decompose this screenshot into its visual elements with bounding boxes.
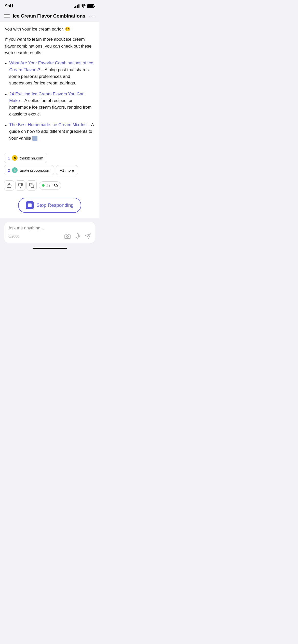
thumbs-up-icon (7, 183, 12, 188)
action-bar: 1 of 30 (0, 178, 99, 194)
search-results-list: • What Are Your Favorite Combinations of… (5, 60, 94, 142)
stop-responding-area: Stop Responding (0, 194, 99, 218)
svg-text:🍵: 🍵 (13, 169, 17, 172)
input-bottom-bar: 0/2000 (8, 233, 91, 239)
home-indicator (0, 246, 99, 251)
char-count: 0/2000 (8, 234, 19, 238)
status-badge: 1 of 30 (39, 181, 61, 190)
status-text: 1 of 30 (46, 183, 58, 188)
thumbs-up-button[interactable] (4, 180, 14, 191)
bullet-dot: • (5, 91, 7, 98)
list-item-text: 24 Exciting Ice Cream Flavors You Can Ma… (9, 91, 94, 118)
source-chip-2[interactable]: 2 🍵 tarateaspoon.com (4, 165, 54, 175)
list-item: • What Are Your Favorite Combinations of… (5, 60, 94, 86)
source-chip-1[interactable]: 1 ☀ thekitchn.com (4, 153, 47, 163)
stop-icon (26, 201, 34, 209)
list-item-text: The Best Homemade Ice Cream Mix-Ins – A … (9, 122, 94, 142)
send-button[interactable] (85, 233, 91, 239)
chat-intro-text: you with your ice cream parlor. 😊 (5, 26, 94, 33)
signal-bars-icon (74, 4, 79, 8)
thumbs-down-icon (18, 183, 23, 188)
camera-button[interactable] (64, 233, 71, 239)
source-number-1: 1 (8, 156, 10, 160)
chat-content: you with your ice cream parlor. 😊 If you… (0, 22, 99, 150)
send-icon (85, 233, 91, 239)
source-row-2: 2 🍵 tarateaspoon.com +1 more (4, 165, 95, 175)
microphone-button[interactable] (75, 233, 81, 239)
more-options-button[interactable]: ··· (89, 13, 95, 19)
source-number-2: 2 (8, 168, 10, 172)
source-row-1: 1 ☀ thekitchn.com (4, 153, 95, 163)
chat-input[interactable] (8, 226, 91, 231)
list-item: • The Best Homemade Ice Cream Mix-Ins – … (5, 122, 94, 142)
stop-responding-button[interactable]: Stop Responding (18, 198, 81, 213)
status-time: 9:41 (5, 4, 13, 9)
svg-point-0 (83, 7, 84, 8)
copy-icon (29, 183, 34, 188)
list-item: • 24 Exciting Ice Cream Flavors You Can … (5, 91, 94, 118)
link-3[interactable]: The Best Homemade Ice Cream Mix-Ins (9, 122, 86, 127)
source-favicon-2: 🍵 (12, 167, 18, 173)
source-domain-2: tarateaspoon.com (20, 168, 50, 172)
camera-icon (64, 233, 71, 239)
bullet-dot: • (5, 60, 7, 67)
list-item-desc-2: – A collection of recipes for homemade i… (9, 98, 91, 116)
wifi-icon (81, 4, 86, 8)
box-emoji (32, 136, 37, 141)
status-dot-icon (42, 184, 45, 187)
input-area: 0/2000 (0, 218, 99, 246)
battery-icon (87, 4, 94, 8)
svg-point-4 (66, 236, 69, 238)
copy-button[interactable] (26, 180, 37, 191)
source-more-button[interactable]: +1 more (56, 165, 78, 175)
header: Ice Cream Flavor Combinations ··· (0, 10, 99, 22)
input-box: 0/2000 (4, 222, 95, 243)
status-bar: 9:41 (0, 0, 99, 10)
source-favicon-1: ☀ (12, 155, 18, 161)
page-title: Ice Cream Flavor Combinations (13, 13, 86, 19)
list-item-text: What Are Your Favorite Combinations of I… (9, 60, 94, 86)
stop-responding-label: Stop Responding (36, 202, 74, 208)
microphone-icon (75, 233, 81, 239)
home-indicator-bar (33, 248, 67, 249)
bullet-dot: • (5, 122, 7, 129)
hamburger-menu-button[interactable] (4, 14, 10, 18)
sources-section: 1 ☀ thekitchn.com 2 🍵 tarateaspoon.com +… (0, 150, 99, 178)
chat-paragraph: If you want to learn more about ice crea… (5, 36, 94, 56)
svg-rect-3 (31, 185, 34, 188)
source-domain-1: thekitchn.com (20, 156, 43, 160)
input-icons (64, 233, 91, 239)
status-icons (74, 4, 94, 8)
thumbs-down-button[interactable] (15, 180, 25, 191)
